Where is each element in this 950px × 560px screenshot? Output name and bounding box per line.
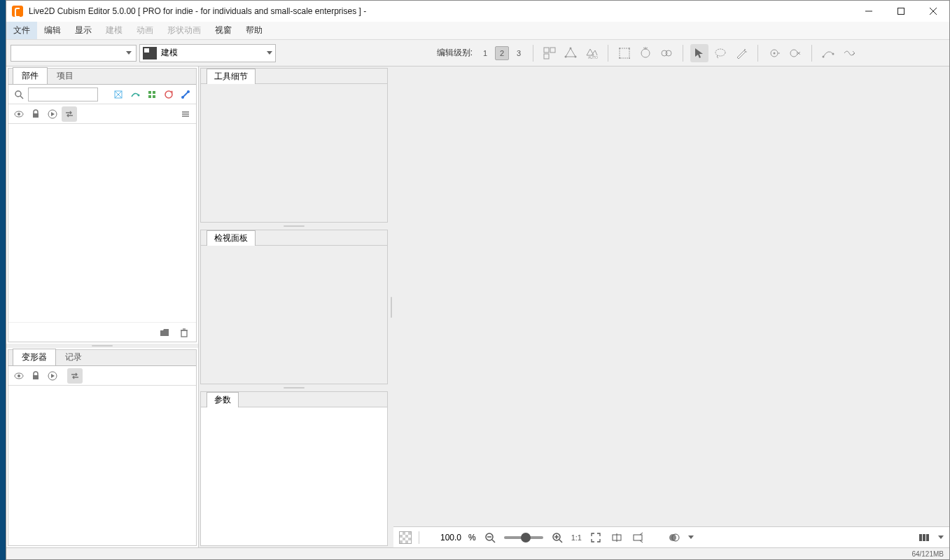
document-selector[interactable] bbox=[11, 45, 137, 62]
menu-icon[interactable] bbox=[178, 106, 193, 122]
arrow-tool-icon[interactable] bbox=[690, 44, 708, 62]
center-icon[interactable] bbox=[610, 531, 624, 545]
horizontal-splitter[interactable] bbox=[199, 386, 389, 390]
background-color-icon[interactable] bbox=[399, 531, 412, 544]
canvas-viewport[interactable] bbox=[393, 66, 949, 526]
edit-level-3[interactable]: 3 bbox=[512, 46, 526, 60]
svg-point-13 bbox=[629, 48, 630, 49]
horizontal-splitter[interactable] bbox=[6, 344, 198, 348]
svg-point-21 bbox=[746, 51, 747, 52]
zoom-in-icon[interactable] bbox=[550, 531, 564, 545]
menu-edit[interactable]: 编辑 bbox=[37, 22, 68, 39]
horizontal-splitter[interactable] bbox=[199, 224, 389, 228]
sync-icon[interactable] bbox=[67, 368, 83, 384]
folder-icon[interactable] bbox=[157, 325, 172, 340]
glue-filter-icon[interactable] bbox=[178, 87, 193, 102]
menu-file[interactable]: 文件 bbox=[6, 22, 37, 39]
svg-rect-33 bbox=[148, 91, 151, 94]
svg-text:AUTO: AUTO bbox=[588, 55, 598, 59]
brush-tool-icon[interactable] bbox=[732, 44, 750, 62]
mode-label: 建模 bbox=[161, 47, 178, 59]
svg-point-27 bbox=[15, 91, 21, 97]
canvas-footer: 100.0 % 1:1 bbox=[393, 526, 949, 547]
tool-detail-body bbox=[201, 84, 387, 222]
svg-rect-6 bbox=[544, 54, 549, 59]
chevron-down-icon[interactable] bbox=[938, 536, 944, 539]
mode-selector[interactable]: 建模 bbox=[139, 44, 276, 62]
tab-parts[interactable]: 部件 bbox=[13, 67, 48, 84]
visibility-icon[interactable] bbox=[11, 106, 27, 122]
edit-level-1[interactable]: 1 bbox=[478, 46, 492, 60]
warp-filter-icon[interactable] bbox=[144, 87, 160, 102]
glue-weight-icon[interactable] bbox=[786, 44, 804, 62]
fit-screen-icon[interactable] bbox=[589, 531, 603, 545]
minimize-button[interactable] bbox=[853, 1, 885, 22]
svg-rect-63 bbox=[634, 535, 642, 540]
parts-tree[interactable] bbox=[8, 124, 196, 322]
tab-log[interactable]: 记录 bbox=[56, 349, 91, 365]
play-icon[interactable] bbox=[45, 368, 60, 384]
tool-detail-tab[interactable]: 工具细节 bbox=[207, 69, 256, 84]
tab-deformer[interactable]: 变形器 bbox=[13, 349, 56, 365]
search-icon[interactable] bbox=[11, 87, 27, 102]
tab-project[interactable]: 项目 bbox=[48, 67, 83, 84]
svg-rect-68 bbox=[926, 534, 929, 541]
auto-mesh-icon[interactable]: AUTO bbox=[582, 44, 601, 62]
parameter-tab[interactable]: 参数 bbox=[207, 392, 239, 407]
onion-skin-icon[interactable] bbox=[667, 531, 681, 545]
mesh-edit-icon[interactable] bbox=[561, 44, 580, 62]
zoom-out-icon[interactable] bbox=[483, 531, 497, 545]
rotation-filter-icon[interactable] bbox=[161, 87, 176, 102]
menu-display[interactable]: 显示 bbox=[68, 22, 99, 39]
parts-search-input[interactable] bbox=[28, 88, 98, 102]
layout-icon[interactable] bbox=[917, 531, 931, 545]
edit-level-2[interactable]: 2 bbox=[495, 46, 509, 60]
path-deform-icon[interactable] bbox=[840, 44, 858, 62]
zoom-slider[interactable] bbox=[504, 536, 543, 539]
chevron-down-icon bbox=[267, 51, 272, 55]
focus-icon[interactable] bbox=[631, 531, 645, 545]
lock-icon[interactable] bbox=[28, 368, 43, 384]
svg-rect-67 bbox=[923, 534, 925, 541]
svg-point-26 bbox=[832, 52, 834, 55]
close-button[interactable] bbox=[917, 1, 949, 22]
sync-icon[interactable] bbox=[62, 106, 77, 122]
svg-rect-4 bbox=[544, 48, 549, 52]
inspector-tab[interactable]: 检视面板 bbox=[207, 230, 256, 246]
zoom-value[interactable]: 100.0 bbox=[426, 533, 461, 542]
rotation-deformer-continuous-icon[interactable] bbox=[657, 44, 676, 62]
separator bbox=[811, 45, 812, 62]
svg-point-32 bbox=[138, 94, 140, 96]
svg-rect-66 bbox=[919, 534, 922, 541]
texture-atlas-icon[interactable] bbox=[540, 44, 559, 62]
glue-tool-icon[interactable] bbox=[765, 44, 783, 62]
svg-point-39 bbox=[187, 90, 190, 93]
deformer-filter-icon[interactable] bbox=[127, 87, 143, 102]
visibility-icon[interactable] bbox=[11, 368, 27, 384]
rotation-deformer-icon[interactable] bbox=[636, 44, 655, 62]
svg-point-14 bbox=[619, 57, 620, 59]
play-icon[interactable] bbox=[45, 106, 60, 122]
ratio-label[interactable]: 1:1 bbox=[571, 533, 582, 542]
chevron-down-icon[interactable] bbox=[688, 536, 694, 539]
warp-deformer-icon[interactable] bbox=[615, 44, 634, 62]
menu-modeling: 建模 bbox=[99, 22, 130, 39]
slider-knob[interactable] bbox=[521, 533, 531, 542]
svg-rect-42 bbox=[33, 113, 39, 118]
parameter-body[interactable] bbox=[201, 407, 387, 545]
artmesh-filter-icon[interactable] bbox=[111, 87, 126, 102]
svg-point-20 bbox=[744, 49, 746, 50]
window-title: Live2D Cubism Editor 5.0.00 [ PRO for in… bbox=[29, 6, 366, 16]
menu-help[interactable]: 帮助 bbox=[239, 22, 270, 39]
lasso-tool-icon[interactable] bbox=[711, 44, 729, 62]
svg-rect-36 bbox=[153, 95, 155, 98]
svg-rect-34 bbox=[153, 91, 155, 94]
trash-icon[interactable] bbox=[176, 325, 192, 340]
deformer-tree[interactable] bbox=[8, 386, 196, 545]
menu-window[interactable]: 视窗 bbox=[208, 22, 239, 39]
maximize-button[interactable] bbox=[885, 1, 917, 22]
path-tool-icon[interactable] bbox=[819, 44, 837, 62]
lock-icon[interactable] bbox=[28, 106, 43, 122]
chevron-down-icon bbox=[126, 51, 132, 55]
svg-rect-11 bbox=[620, 48, 629, 58]
